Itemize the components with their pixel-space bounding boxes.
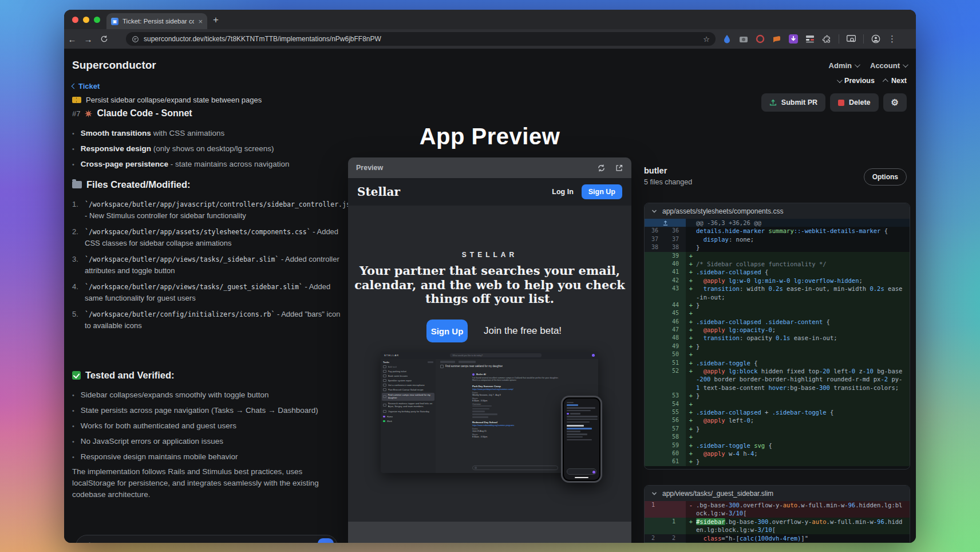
forward-icon[interactable]: → xyxy=(80,34,96,44)
shot-heading-text: Find summer camps near oakland for my da… xyxy=(445,365,503,368)
table-extension-icon[interactable] xyxy=(805,34,815,44)
shot-task-item: Sprinkler system repair xyxy=(383,379,433,383)
diff-sign xyxy=(686,384,696,392)
diff-row: 3737 display: none; xyxy=(645,235,910,243)
diff-file-header[interactable]: app/assets/stylesheets/components.css xyxy=(645,203,910,219)
implementation-number: #7 xyxy=(72,109,80,118)
shot-attach-icon xyxy=(475,467,477,469)
site-settings-icon[interactable] xyxy=(132,36,139,43)
devtools-icon[interactable] xyxy=(847,34,856,44)
attach-icon[interactable] xyxy=(84,542,93,543)
diff-file-header[interactable]: app/views/tasks/_guest_sidebar.slim xyxy=(645,486,910,501)
old-line-number xyxy=(645,433,665,441)
preview-header: Preview xyxy=(348,157,631,178)
header-menu-account[interactable]: Account xyxy=(870,61,907,70)
stellar-login-link[interactable]: Log In xyxy=(552,188,574,196)
download-extension-icon[interactable] xyxy=(789,34,798,44)
options-button[interactable]: Options xyxy=(864,168,907,186)
diff-sign xyxy=(686,526,696,534)
diff-code: } xyxy=(696,458,910,466)
old-line-number xyxy=(645,392,665,400)
files-heading-label: Files Created/Modified: xyxy=(86,179,191,190)
shot-task-item: Research mattress topper and find links … xyxy=(383,402,433,408)
diff-row: 59+.sidebar-toggle svg { xyxy=(645,441,910,450)
headline-line: things off your list. xyxy=(348,292,631,306)
chat-extension-icon[interactable] xyxy=(772,34,781,44)
bullet-dot-icon: • xyxy=(72,438,74,445)
back-to-ticket-link[interactable]: Ticket xyxy=(72,82,100,90)
extensions-puzzle-icon[interactable] xyxy=(822,34,831,44)
header-menu-admin[interactable]: Admin xyxy=(829,61,859,70)
delete-button[interactable]: Delete xyxy=(830,93,879,112)
shot-ai-cards: Park Day Summer Camphttps://www.parkdays… xyxy=(472,385,563,438)
diff-sign: - xyxy=(686,501,696,509)
diff-row: @@ -36,3 +36,26 @@ xyxy=(645,219,910,227)
send-button[interactable]: ↑ xyxy=(318,538,334,543)
diff-row: 42+ @apply lg:w-0 lg:min-w-0 lg:overflow… xyxy=(645,277,910,285)
old-line-number xyxy=(645,277,665,285)
red-ring-extension-icon[interactable] xyxy=(756,34,765,44)
bookmark-star-icon[interactable]: ☆ xyxy=(703,35,710,44)
shot-card-field-value: 8:30am - 3:30pm xyxy=(472,436,563,438)
close-window-button[interactable] xyxy=(72,17,78,23)
diff-code: .sidebar-collapsed { xyxy=(696,268,910,276)
open-external-icon[interactable] xyxy=(615,164,623,172)
diff-sign: + xyxy=(686,458,696,466)
file-item: 5.`/workspace/butler/config/initializers… xyxy=(72,309,341,332)
text-bar xyxy=(567,410,591,412)
preview-footer-bar xyxy=(348,522,631,543)
stellar-signup-nav-button[interactable]: Sign Up xyxy=(582,184,622,199)
text-bar xyxy=(567,407,595,409)
new-line-number: 38 xyxy=(665,243,686,251)
refresh-icon[interactable] xyxy=(597,164,606,172)
diff-code: @@ -36,3 +36,26 @@ xyxy=(696,219,910,227)
chevron-down-icon xyxy=(837,77,843,83)
url-bar[interactable]: superconductor.dev/tickets/7t8KKTNTmTTB/… xyxy=(126,32,716,46)
old-line-number xyxy=(645,408,665,416)
shot-sidebar-title: Tasks xyxy=(383,361,389,364)
shot-add-check xyxy=(383,365,386,369)
shot-ai-thread: Butler AI I've found several excellent s… xyxy=(472,373,563,438)
browser-menu-icon[interactable]: ⋮ xyxy=(888,34,896,44)
file-item: 4.`/workspace/butler/app/views/tasks/_gu… xyxy=(72,281,341,304)
shot-task-heading: Find summer camps near oakland for my da… xyxy=(440,365,589,368)
bullet-text: Responsive design (only shows on desktop… xyxy=(81,144,274,153)
ask-input[interactable] xyxy=(98,542,312,543)
diff-sign: + xyxy=(686,309,696,317)
diff-code: } xyxy=(696,301,910,309)
back-to-ticket-label: Ticket xyxy=(78,82,100,90)
stellar-signup-cta-button[interactable]: Sign Up xyxy=(426,320,468,342)
hunk-expand-icon[interactable] xyxy=(645,219,686,227)
new-line-number xyxy=(665,526,686,534)
ticket-row[interactable]: Persist sidebar collapse/expand state be… xyxy=(72,96,262,104)
folder-icon xyxy=(72,181,82,188)
browser-tab[interactable]: ▣ Ticket: Persist sidebar collap × xyxy=(106,13,207,29)
shot-task-checkbox xyxy=(383,410,386,413)
chevron-left-icon xyxy=(72,84,77,89)
shot-task-label: Plan Broccoli Caesar Salad recipe xyxy=(388,388,424,392)
diff-row: 44+} xyxy=(645,301,910,309)
tab-close-icon[interactable]: × xyxy=(198,17,203,26)
reload-icon[interactable] xyxy=(96,35,112,43)
submit-pr-button[interactable]: Submit PR xyxy=(761,93,825,112)
minimize-window-button[interactable] xyxy=(83,17,89,23)
old-line-number xyxy=(645,334,665,342)
text-bar xyxy=(459,361,476,363)
maximize-window-button[interactable] xyxy=(94,17,100,23)
shot-card-field-value: June 23-Aug 15 xyxy=(472,430,563,432)
previous-button[interactable]: Previous xyxy=(837,77,875,85)
prev-next-nav: Previous Next xyxy=(837,77,907,85)
new-tab-button[interactable]: + xyxy=(213,14,219,26)
camera-extension-icon[interactable] xyxy=(739,34,748,44)
diff-code: } xyxy=(696,425,910,433)
droplet-extension-icon[interactable] xyxy=(722,34,732,44)
next-button[interactable]: Next xyxy=(884,77,907,85)
text-bar xyxy=(472,408,489,410)
back-icon[interactable]: ← xyxy=(64,34,80,44)
old-line-number xyxy=(645,542,665,543)
files-section-heading: Files Created/Modified: xyxy=(72,179,191,190)
file-item-text: `/workspace/butler/app/views/tasks/_side… xyxy=(85,254,341,277)
settings-button[interactable]: ⚙ xyxy=(883,93,907,112)
old-line-number xyxy=(645,260,665,268)
profile-icon[interactable] xyxy=(871,34,880,44)
